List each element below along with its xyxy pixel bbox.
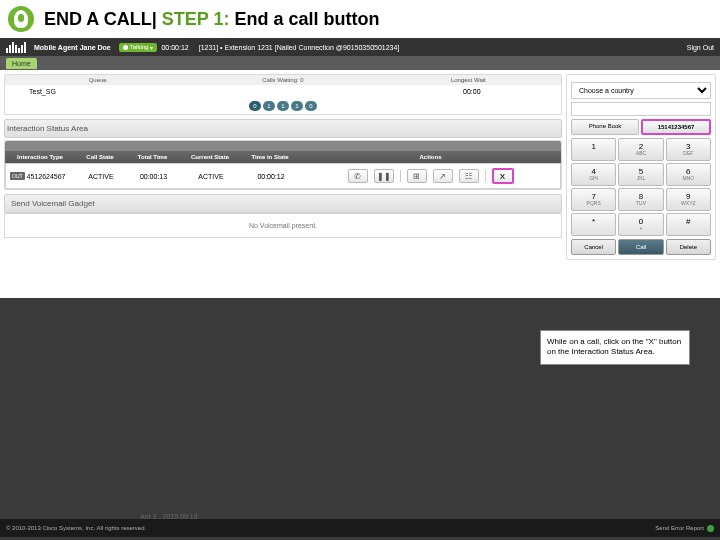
dial-call-button[interactable]: Call	[618, 239, 663, 255]
dialer-panel: Choose a country Phone Book 15141234567 …	[566, 74, 716, 264]
col-tis: Time in State	[240, 151, 300, 163]
cell-type: OUT 4512624567	[6, 168, 76, 184]
copyright: © 2010-2013 Cisco Systems, Inc. All righ…	[6, 525, 146, 531]
cell-actions: ✆ ❚❚ ⊞ ↗ ☷ X	[301, 164, 560, 188]
country-select[interactable]: Choose a country	[571, 82, 711, 99]
key-5[interactable]: 5JKL	[618, 163, 663, 186]
extension-info: [1231] • Extension 1231 [Nailed Connecti…	[199, 44, 400, 51]
col-current: Current State	[180, 151, 240, 163]
keypad-icon[interactable]: ⊞	[407, 169, 427, 183]
cell-current: ACTIVE	[181, 169, 241, 184]
voicemail-label: Send Voicemail Gadget	[4, 194, 562, 213]
cell-state: ACTIVE	[76, 169, 126, 184]
pager-btn[interactable]: 1	[277, 101, 289, 111]
send-error-link[interactable]: Send Error Report	[655, 525, 704, 531]
interaction-row: OUT 4512624567 ACTIVE 00:00:13 ACTIVE 00…	[5, 163, 561, 189]
key-2[interactable]: 2ABC	[618, 138, 663, 161]
hold-icon[interactable]: ❚❚	[374, 169, 394, 183]
pager-btn[interactable]: 1	[291, 101, 303, 111]
queue-waiting	[204, 85, 382, 98]
interaction-panel: Interaction Type Call State Total Time C…	[4, 140, 562, 190]
status-dot-icon	[707, 525, 714, 532]
phone-book-button[interactable]: Phone Book	[571, 119, 639, 135]
queue-col-longest: Longest Wait	[376, 75, 561, 85]
action-separator	[400, 170, 401, 182]
pager-btn[interactable]: 0	[249, 101, 261, 111]
direction-tag: OUT	[10, 172, 25, 180]
key-3[interactable]: 3DEF	[666, 138, 711, 161]
conference-icon[interactable]: ☷	[459, 169, 479, 183]
pager-btn[interactable]: 1	[263, 101, 275, 111]
col-actions: Actions	[300, 151, 561, 163]
footer-bar: © 2010-2013 Cisco Systems, Inc. All righ…	[0, 519, 720, 537]
answer-icon[interactable]: ✆	[348, 169, 368, 183]
cisco-logo-icon	[6, 41, 28, 53]
state-dot-icon	[123, 45, 128, 50]
key-6[interactable]: 6MNO	[666, 163, 711, 186]
keypad: 1 2ABC 3DEF 4GHI 5JKL 6MNO 7PQRS 8TUV 9W…	[571, 138, 711, 236]
queue-col-waiting: Calls Waiting: 0	[190, 75, 375, 85]
brand-logo-icon	[8, 6, 34, 32]
transfer-icon[interactable]: ↗	[433, 169, 453, 183]
key-0[interactable]: 0+	[618, 213, 663, 236]
pager-btn[interactable]: 0	[305, 101, 317, 111]
queue-row: Test_SG 00:00	[5, 85, 561, 98]
call-number: 4512624567	[27, 173, 66, 180]
voicemail-body: No Voicemail present.	[4, 213, 562, 238]
cisco-top-bar: Mobile Agent Jane Doe Talking ▾ 00:00:12…	[0, 38, 720, 56]
slide-header: END A CALL| STEP 1: End a call button	[0, 0, 720, 38]
key-8[interactable]: 8TUV	[618, 188, 663, 211]
tab-bar: Home	[0, 56, 720, 70]
key-hash[interactable]: #	[666, 213, 711, 236]
action-separator	[485, 170, 486, 182]
queue-longest: 00:00	[383, 85, 561, 98]
title-pre: END A CALL|	[44, 9, 162, 29]
dial-cancel-button[interactable]: Cancel	[571, 239, 616, 255]
interaction-columns: Interaction Type Call State Total Time C…	[5, 151, 561, 163]
tab-home[interactable]: Home	[6, 58, 37, 69]
agent-state-label: Talking	[130, 44, 149, 50]
queue-name: Test_SG	[5, 85, 204, 98]
slide-title: END A CALL| STEP 1: End a call button	[44, 9, 379, 30]
col-type: Interaction Type	[5, 151, 75, 163]
title-step: STEP 1:	[162, 9, 235, 29]
state-timer: 00:00:12	[161, 44, 188, 51]
title-post: End a call button	[234, 9, 379, 29]
sign-out-link[interactable]: Sign Out	[687, 44, 714, 51]
dial-delete-button[interactable]: Delete	[666, 239, 711, 255]
current-number-button[interactable]: 15141234567	[641, 119, 711, 135]
key-1[interactable]: 1	[571, 138, 616, 161]
interaction-area-label: Interaction Status Area	[4, 119, 562, 138]
app-screenshot: Mobile Agent Jane Doe Talking ▾ 00:00:12…	[0, 38, 720, 298]
queue-col-name: Queue	[5, 75, 190, 85]
dial-number-display[interactable]	[571, 102, 711, 116]
voicemail-empty: No Voicemail present.	[249, 222, 317, 229]
end-call-button[interactable]: X	[492, 168, 514, 184]
queue-panel: Queue Calls Waiting: 0 Longest Wait Test…	[4, 74, 562, 115]
col-total: Total Time	[125, 151, 180, 163]
col-state: Call State	[75, 151, 125, 163]
instruction-callout: While on a call, click on the "X" button…	[540, 330, 690, 365]
cell-total: 00:00:13	[126, 169, 181, 184]
cell-tis: 00:00:12	[241, 169, 301, 184]
key-7[interactable]: 7PQRS	[571, 188, 616, 211]
agent-state-pill[interactable]: Talking ▾	[119, 43, 158, 52]
key-9[interactable]: 9WXYZ	[666, 188, 711, 211]
agent-name: Mobile Agent Jane Doe	[34, 44, 111, 51]
key-4[interactable]: 4GHI	[571, 163, 616, 186]
key-star[interactable]: *	[571, 213, 616, 236]
queue-pager: 0 1 1 1 0	[5, 98, 561, 114]
queue-header: Queue Calls Waiting: 0 Longest Wait	[5, 75, 561, 85]
interaction-toolbar	[5, 141, 561, 151]
